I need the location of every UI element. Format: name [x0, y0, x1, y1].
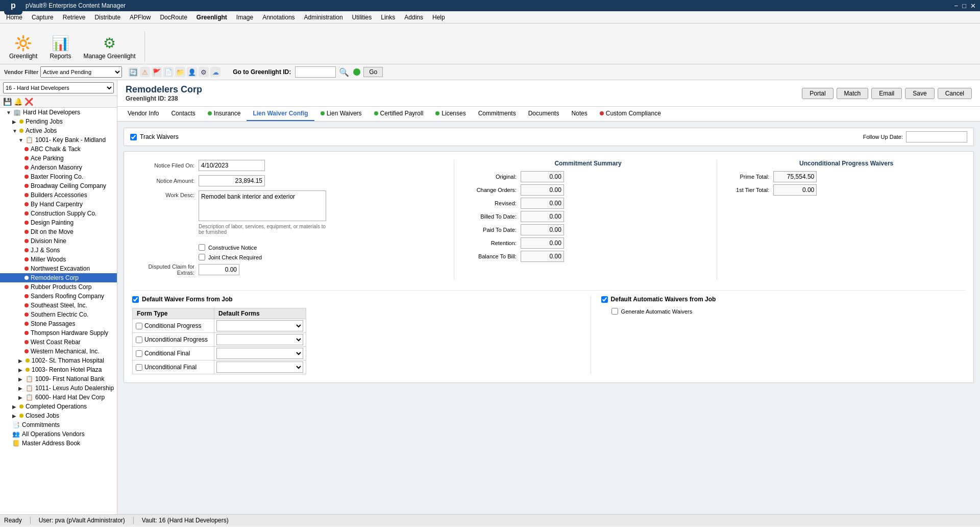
tree-job-1001[interactable]: ▼ 📋 1001- Key Bank - Midland — [0, 135, 117, 145]
balance-to-bill-value[interactable] — [521, 251, 564, 262]
vendor-filter-select[interactable]: Active and Pending Active Pending All — [40, 66, 122, 78]
prime-total-value[interactable] — [773, 171, 817, 182]
tree-remodelers-corp[interactable]: Remodelers Corp — [0, 273, 117, 282]
constructive-notice-checkbox[interactable] — [199, 244, 205, 251]
tree-sanders-roofing[interactable]: Sanders Roofing Company — [0, 292, 117, 301]
tree-all-ops-vendors[interactable]: 👥 All Operations Vendors — [0, 429, 117, 439]
cancel-icon[interactable]: ❌ — [24, 98, 33, 106]
menu-administration[interactable]: Administration — [300, 13, 347, 22]
tree-job-1002[interactable]: ▶ 1002- St. Thomas Hospital — [0, 356, 117, 365]
manage-greenlight-toolbar-btn[interactable]: ⚙ Manage Greenlight — [78, 33, 140, 62]
maximize-btn[interactable]: □ — [962, 2, 966, 10]
menu-distribute[interactable]: Distribute — [90, 13, 125, 22]
tree-broadway-ceiling[interactable]: Broadway Ceiling Company — [0, 181, 117, 190]
tree-job-1009[interactable]: ▶ 📋 1009- First National Bank — [0, 374, 117, 384]
tree-west-coast-rebar[interactable]: West Coast Rebar — [0, 338, 117, 347]
tab-certified-payroll[interactable]: Certified Payroll — [368, 107, 430, 121]
tree-root[interactable]: ▼ 🏢 Hard Hat Developers — [0, 108, 117, 117]
tree-ace-parking[interactable]: Ace Parking — [0, 154, 117, 163]
menu-annotations[interactable]: Annotations — [258, 13, 299, 22]
unconditional-progress-select[interactable] — [216, 334, 303, 345]
original-value[interactable] — [521, 171, 564, 182]
tree-jj-sons[interactable]: J.J & Sons — [0, 246, 117, 255]
close-btn[interactable]: ✕ — [970, 2, 976, 10]
tree-completed-ops[interactable]: ▶ Completed Operations — [0, 402, 117, 411]
menu-retrieve[interactable]: Retrieve — [59, 13, 90, 22]
menu-image[interactable]: Image — [232, 13, 257, 22]
match-button[interactable]: Match — [837, 88, 869, 99]
track-waivers-checkbox[interactable] — [130, 134, 137, 140]
tree-builders-accessories[interactable]: Builders Accessories — [0, 190, 117, 200]
tab-insurance[interactable]: Insurance — [202, 107, 247, 121]
refresh-icon[interactable]: 🔄 — [128, 67, 138, 77]
settings-icon[interactable]: ⚙ — [199, 67, 209, 77]
tab-documents[interactable]: Documents — [522, 107, 566, 121]
disputed-claim-input[interactable] — [199, 264, 239, 275]
tab-vendor-info[interactable]: Vendor Info — [121, 107, 165, 121]
menu-help[interactable]: Help — [428, 13, 449, 22]
tab-lien-waiver-config[interactable]: Lien Waiver Config — [247, 107, 314, 121]
tree-construction-supply[interactable]: Construction Supply Co. — [0, 209, 117, 218]
goto-input[interactable] — [295, 66, 336, 78]
goto-button[interactable]: Go — [363, 67, 383, 77]
unconditional-final-select[interactable] — [216, 362, 303, 373]
tab-licenses[interactable]: Licenses — [429, 107, 472, 121]
conditional-progress-checkbox[interactable] — [136, 323, 142, 329]
greenlight-toolbar-btn[interactable]: 🔆 Greenlight — [4, 33, 42, 62]
tree-southeast-steel[interactable]: Southeast Steel, Inc. — [0, 301, 117, 310]
tree-western-mechanical[interactable]: Western Mechanical, Inc. — [0, 347, 117, 356]
menu-apflow[interactable]: APFlow — [126, 13, 155, 22]
tree-active-jobs[interactable]: ▼ Active Jobs — [0, 126, 117, 135]
cloud-icon[interactable]: ☁ — [210, 67, 220, 77]
tab-contacts[interactable]: Contacts — [165, 107, 201, 121]
tree-job-1003[interactable]: ▶ 1003- Renton Hotel Plaza — [0, 365, 117, 374]
conditional-final-select[interactable] — [216, 348, 303, 359]
menu-links[interactable]: Links — [377, 13, 399, 22]
tree-thompson-hardware[interactable]: Thompson Hardware Supply — [0, 328, 117, 338]
company-dropdown[interactable]: 16 - Hard Hat Developers — [3, 82, 114, 93]
first-tier-total-value[interactable] — [773, 184, 817, 196]
unconditional-final-checkbox[interactable] — [136, 364, 142, 371]
tree-commitments[interactable]: 📑 Commitments — [0, 420, 117, 429]
change-orders-value[interactable] — [521, 184, 564, 196]
tree-by-hand-carpentry[interactable]: By Hand Carpentry — [0, 200, 117, 209]
menu-greenlight[interactable]: Greenlight — [192, 13, 231, 22]
menu-addins[interactable]: Addins — [400, 13, 427, 22]
tree-master-address[interactable]: 📒 Master Address Book — [0, 439, 117, 448]
tree-pending-jobs[interactable]: ▶ Pending Jobs — [0, 117, 117, 126]
notice-amount-input[interactable] — [199, 175, 265, 186]
tree-dit-on-the-move[interactable]: Dit on the Move — [0, 227, 117, 236]
document-icon[interactable]: 📄 — [163, 67, 174, 77]
unconditional-progress-checkbox[interactable] — [136, 337, 142, 343]
menu-capture[interactable]: Capture — [28, 13, 58, 22]
conditional-final-checkbox[interactable] — [136, 350, 142, 357]
revised-value[interactable] — [521, 198, 564, 209]
billed-to-date-value[interactable] — [521, 211, 564, 222]
tree-miller-woods[interactable]: Miller Woods — [0, 255, 117, 264]
work-desc-input[interactable]: Remodel bank interior and exterior — [199, 190, 326, 221]
tree-job-1011[interactable]: ▶ 📋 1011- Lexus Auto Dealership — [0, 384, 117, 393]
save-button[interactable]: Save — [905, 88, 934, 99]
tree-division-nine[interactable]: Division Nine — [0, 236, 117, 246]
default-waiver-forms-checkbox[interactable] — [132, 296, 139, 303]
menu-docroute[interactable]: DocRoute — [156, 13, 191, 22]
tab-commitments[interactable]: Commitments — [472, 107, 522, 121]
tree-northwest-excavation[interactable]: Northwest Excavation — [0, 264, 117, 273]
tree-rubber-products[interactable]: Rubber Products Corp — [0, 282, 117, 292]
tree-southern-electric[interactable]: Southern Electric Co. — [0, 310, 117, 319]
tree-job-6000[interactable]: ▶ 📋 6000- Hard Hat Dev Corp — [0, 393, 117, 402]
email-button[interactable]: Email — [871, 88, 902, 99]
tree-closed-jobs[interactable]: ▶ Closed Jobs — [0, 411, 117, 420]
tab-custom-compliance[interactable]: Custom Compliance — [594, 107, 667, 121]
joint-check-checkbox[interactable] — [199, 254, 205, 260]
menu-utilities[interactable]: Utilities — [348, 13, 376, 22]
tab-notes[interactable]: Notes — [565, 107, 593, 121]
tab-lien-waivers[interactable]: Lien Waivers — [314, 107, 368, 121]
portal-button[interactable]: Portal — [802, 88, 833, 99]
save-icon[interactable]: 💾 — [3, 98, 12, 106]
cancel-button[interactable]: Cancel — [938, 88, 972, 99]
generate-auto-waivers-checkbox[interactable] — [611, 308, 618, 315]
folder-icon[interactable]: 📁 — [175, 67, 185, 77]
notice-filed-on-input[interactable] — [199, 160, 265, 171]
minimize-btn[interactable]: − — [954, 2, 959, 10]
